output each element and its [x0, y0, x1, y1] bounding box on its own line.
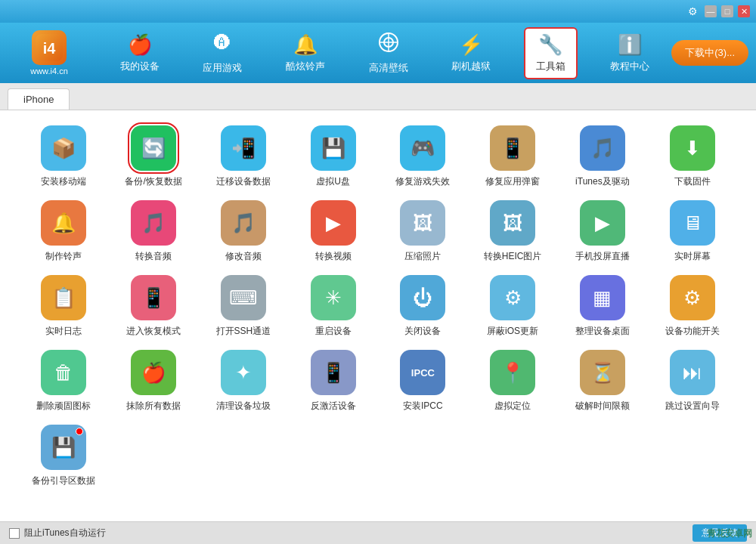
tool-icon-block-ios-update: ⚙ — [490, 275, 535, 320]
tool-label-realtime-log: 实时日志 — [45, 325, 82, 338]
tool-item-device-toggle[interactable]: ⚙设备功能开关 — [651, 275, 733, 338]
tool-grid: 📦安装移动端🔄备份/恢复数据📲迁移设备数据💾虚拟U盘🎮修复游戏失效📱修复应用弹窗… — [23, 125, 733, 487]
close-button[interactable]: ✕ — [738, 5, 750, 17]
maximize-button[interactable]: □ — [721, 5, 733, 17]
tool-icon-delete-stubborn: 🗑 — [41, 350, 86, 395]
tool-item-realtime-screen[interactable]: 🖥实时屏幕 — [651, 200, 733, 263]
tool-label-edit-audio: 修改音频 — [225, 250, 262, 263]
tool-label-realtime-screen: 实时屏幕 — [674, 250, 711, 263]
tool-icon-shutdown-device: ⏻ — [400, 275, 445, 320]
tool-label-break-timelimit: 破解时间限额 — [575, 400, 630, 413]
tool-item-download-firmware[interactable]: ⬇下载固件 — [651, 125, 733, 188]
nav-item-jailbreak[interactable]: ⚡ 刷机越狱 — [441, 29, 501, 78]
nav-item-my-device[interactable]: 🍎 我的设备 — [110, 29, 170, 78]
wrench-icon: 🔧 — [538, 33, 562, 57]
tool-item-break-timelimit[interactable]: ⏳破解时间限额 — [562, 350, 644, 413]
wallpaper-icon — [378, 32, 399, 58]
logo[interactable]: i4 www.i4.cn — [8, 30, 91, 76]
tool-label-skip-setup: 跳过设置向导 — [665, 400, 720, 413]
nav-item-toolbox[interactable]: 🔧 工具箱 — [524, 27, 578, 79]
info-icon: ℹ️ — [618, 33, 642, 57]
tool-icon-migrate-data: 📲 — [221, 125, 266, 171]
tool-label-migrate-data: 迁移设备数据 — [216, 175, 271, 188]
tool-icon-install-ipcc: IPCC — [400, 350, 445, 395]
appstore-icon: 🅐 — [212, 32, 233, 58]
tool-icon-clean-junk: ✦ — [221, 350, 266, 395]
tool-item-clean-junk[interactable]: ✦清理设备垃圾 — [203, 350, 285, 413]
nav-item-wallpaper[interactable]: 高清壁纸 — [358, 27, 419, 79]
tool-icon-wipe-data: 🍎 — [131, 350, 176, 395]
tool-icon-recovery-mode: 📱 — [131, 275, 176, 320]
tool-icon-backup-partition: 💾 — [41, 425, 86, 470]
navbar: i4 www.i4.cn 🍎 我的设备 🅐 应用游戏 🔔 酷炫铃声 高清壁纸 — [0, 23, 756, 83]
tool-item-block-ios-update[interactable]: ⚙屏蔽iOS更新 — [472, 275, 554, 338]
titlebar: ⚙ — □ ✕ — [0, 0, 756, 23]
nav-items: 🍎 我的设备 🅐 应用游戏 🔔 酷炫铃声 高清壁纸 ⚡ 刷机越狱 — [98, 27, 671, 79]
tool-item-recovery-mode[interactable]: 📱进入恢复模式 — [113, 275, 195, 338]
tool-item-delete-stubborn[interactable]: 🗑删除顽固图标 — [23, 350, 105, 413]
tool-item-skip-setup[interactable]: ⏭跳过设置向导 — [651, 350, 733, 413]
tool-item-backup-partition[interactable]: 💾备份引导区数据 — [23, 425, 105, 487]
tool-label-convert-heic: 转换HEIC图片 — [484, 250, 542, 263]
tool-icon-fake-location: 📍 — [490, 350, 535, 395]
tool-icon-fix-popup: 📱 — [490, 125, 535, 171]
tool-item-organize-desktop[interactable]: ▦整理设备桌面 — [562, 275, 644, 338]
tool-label-delete-stubborn: 删除顽固图标 — [36, 400, 91, 413]
tool-icon-fix-games: 🎮 — [400, 125, 445, 171]
tool-icon-convert-video: ▶ — [311, 200, 356, 246]
tool-item-virtual-udisk[interactable]: 💾虚拟U盘 — [292, 125, 374, 188]
tool-item-install-ipcc[interactable]: IPCC安装IPCC — [382, 350, 464, 413]
nav-label-toolbox: 工具箱 — [536, 60, 565, 73]
tool-label-wipe-data: 抹除所有数据 — [126, 400, 181, 413]
tool-icon-screen-cast: ▶ — [580, 200, 625, 246]
tool-item-deactivate[interactable]: 📱反激活设备 — [292, 350, 374, 413]
tab-iphone[interactable]: iPhone — [8, 88, 70, 110]
tool-item-itunes-driver[interactable]: 🎵iTunes及驱动 — [562, 125, 644, 188]
tool-item-reboot-device[interactable]: ✳重启设备 — [292, 275, 374, 338]
settings-icon[interactable]: ⚙ — [688, 5, 700, 17]
tool-item-fix-games[interactable]: 🎮修复游戏失效 — [382, 125, 464, 188]
logo-icon: i4 — [32, 30, 67, 65]
tool-item-realtime-log[interactable]: 📋实时日志 — [23, 275, 105, 338]
itunes-checkbox[interactable] — [9, 528, 20, 539]
flash-icon: ⚡ — [459, 33, 483, 57]
nav-item-ringtones[interactable]: 🔔 酷炫铃声 — [275, 29, 336, 78]
tool-label-deactivate: 反激活设备 — [311, 400, 356, 413]
nav-item-app-games[interactable]: 🅐 应用游戏 — [192, 27, 253, 79]
tool-item-convert-audio[interactable]: 🎵转换音频 — [113, 200, 195, 263]
nav-label-app-games: 应用游戏 — [203, 61, 242, 75]
tool-item-convert-heic[interactable]: 🖼转换HEIC图片 — [472, 200, 554, 263]
tool-item-install-mobile[interactable]: 📦安装移动端 — [23, 125, 105, 188]
tool-label-convert-audio: 转换音频 — [135, 250, 172, 263]
nav-label-my-device: 我的设备 — [120, 60, 160, 73]
tabbar: iPhone — [0, 83, 756, 110]
tool-item-make-ringtone[interactable]: 🔔制作铃声 — [23, 200, 105, 263]
minimize-button[interactable]: — — [705, 5, 717, 17]
tool-item-wipe-data[interactable]: 🍎抹除所有数据 — [113, 350, 195, 413]
nav-label-tutorial: 教程中心 — [610, 60, 649, 73]
tool-icon-convert-heic: 🖼 — [490, 200, 535, 246]
tool-item-open-ssh[interactable]: ⌨打开SSH通道 — [203, 275, 285, 338]
tool-item-edit-audio[interactable]: 🎵修改音频 — [203, 200, 285, 263]
tool-item-fix-popup[interactable]: 📱修复应用弹窗 — [472, 125, 554, 188]
tool-label-open-ssh: 打开SSH通道 — [216, 325, 271, 338]
tool-label-device-toggle: 设备功能开关 — [665, 325, 720, 338]
tool-icon-backup-restore: 🔄 — [131, 125, 176, 171]
tool-label-fix-popup: 修复应用弹窗 — [485, 175, 540, 188]
tool-item-shutdown-device[interactable]: ⏻关闭设备 — [382, 275, 464, 338]
tool-item-migrate-data[interactable]: 📲迁移设备数据 — [203, 125, 285, 188]
nav-label-jailbreak: 刷机越狱 — [451, 60, 491, 73]
download-button[interactable]: 下载中(3)... — [671, 40, 748, 66]
watermark: 青花安卓网 — [707, 527, 752, 540]
tool-item-fake-location[interactable]: 📍虚拟定位 — [472, 350, 554, 413]
tool-icon-realtime-screen: 🖥 — [670, 200, 715, 246]
tool-item-compress-photo[interactable]: 🖼压缩照片 — [382, 200, 464, 263]
tool-icon-realtime-log: 📋 — [41, 275, 86, 320]
tool-item-backup-restore[interactable]: 🔄备份/恢复数据 — [113, 125, 195, 188]
tool-item-screen-cast[interactable]: ▶手机投屏直播 — [562, 200, 644, 263]
tool-item-convert-video[interactable]: ▶转换视频 — [292, 200, 374, 263]
nav-item-tutorial[interactable]: ℹ️ 教程中心 — [600, 29, 660, 78]
nav-label-ringtones: 酷炫铃声 — [286, 60, 325, 73]
tool-icon-install-mobile: 📦 — [41, 125, 86, 171]
tool-label-recovery-mode: 进入恢复模式 — [126, 325, 181, 338]
